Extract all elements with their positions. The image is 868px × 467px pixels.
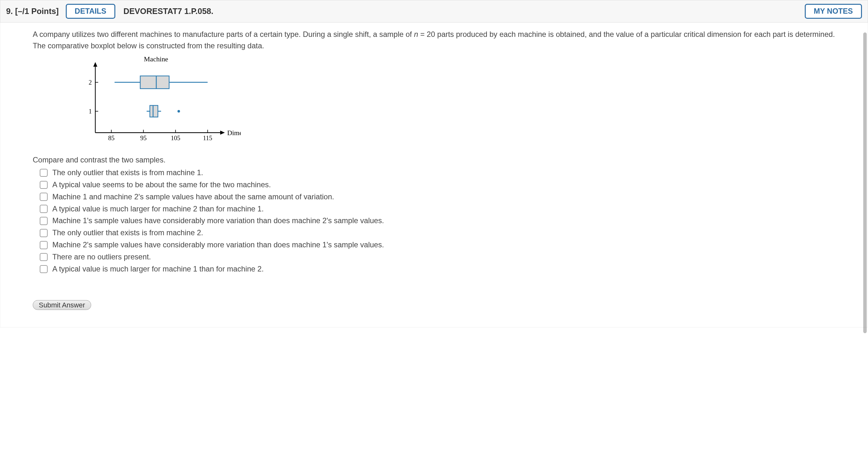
instruction-text: Compare and contrast the two samples.: [33, 156, 835, 164]
checkbox[interactable]: [40, 205, 48, 213]
svg-text:105: 105: [170, 135, 180, 142]
svg-text:95: 95: [140, 135, 147, 142]
checkbox[interactable]: [40, 217, 48, 225]
checkbox[interactable]: [40, 241, 48, 249]
boxplot-figure: MachineDimension859510511512: [79, 56, 836, 151]
svg-text:Machine: Machine: [144, 56, 168, 63]
option-row: A typical value is much larger for machi…: [40, 263, 835, 275]
svg-text:115: 115: [203, 135, 212, 142]
submit-button[interactable]: Submit Answer: [33, 300, 91, 310]
option-label: A typical value is much larger for machi…: [53, 265, 264, 273]
option-label: The only outlier that exists is from mac…: [53, 169, 203, 177]
option-label: There are no outliers present.: [53, 253, 151, 261]
option-label: Machine 1's sample values have considera…: [53, 216, 384, 225]
checkbox[interactable]: [40, 253, 48, 261]
svg-text:Dimension: Dimension: [227, 129, 241, 137]
option-row: A typical value is much larger for machi…: [40, 203, 835, 215]
question-body: A company utilizes two different machine…: [0, 23, 868, 327]
checkbox[interactable]: [40, 193, 48, 201]
option-row: Machine 2's sample values have considera…: [40, 239, 835, 251]
checkbox[interactable]: [40, 181, 48, 189]
svg-rect-20: [140, 76, 169, 89]
svg-text:2: 2: [89, 79, 92, 86]
question-number: 9. [–/1 Points]: [6, 7, 59, 16]
svg-text:1: 1: [89, 108, 92, 115]
svg-point-26: [177, 110, 180, 113]
option-row: The only outlier that exists is from mac…: [40, 227, 835, 239]
question-prompt: A company utilizes two different machine…: [33, 29, 835, 52]
svg-text:85: 85: [108, 135, 114, 142]
svg-marker-4: [220, 130, 225, 135]
checkbox[interactable]: [40, 265, 48, 273]
assignment-code: DEVORESTAT7 1.P.058.: [123, 7, 213, 16]
svg-rect-24: [150, 106, 158, 117]
option-label: Machine 1 and machine 2's sample values …: [53, 193, 334, 201]
scrollbar-thumb[interactable]: [863, 32, 867, 333]
option-row: Machine 1's sample values have considera…: [40, 215, 835, 227]
option-label: Machine 2's sample values have considera…: [53, 241, 384, 249]
checkbox[interactable]: [40, 229, 48, 237]
option-row: There are no outliers present.: [40, 251, 835, 263]
option-row: The only outlier that exists is from mac…: [40, 167, 835, 179]
details-button[interactable]: DETAILS: [66, 4, 115, 19]
svg-marker-3: [93, 62, 97, 67]
option-row: Machine 1 and machine 2's sample values …: [40, 191, 835, 203]
option-label: A typical value seems to be about the sa…: [53, 181, 271, 189]
checkbox[interactable]: [40, 169, 48, 177]
option-label: The only outlier that exists is from mac…: [53, 229, 203, 237]
options-list: The only outlier that exists is from mac…: [40, 167, 835, 275]
mynotes-button[interactable]: MY NOTES: [805, 4, 862, 19]
option-label: A typical value is much larger for machi…: [53, 205, 264, 213]
option-row: A typical value seems to be about the sa…: [40, 179, 835, 191]
question-header: 9. [–/1 Points] DETAILS DEVORESTAT7 1.P.…: [0, 0, 868, 23]
